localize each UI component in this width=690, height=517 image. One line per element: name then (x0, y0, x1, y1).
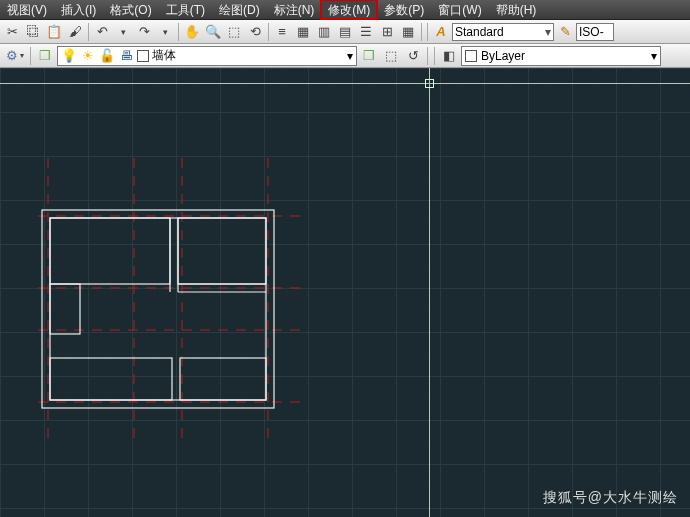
dim-style-select[interactable]: ISO- (576, 23, 614, 41)
menu-window[interactable]: 窗口(W) (431, 0, 488, 19)
redo-dd-icon[interactable]: ▾ (155, 22, 175, 42)
zoom-window-icon[interactable]: ⬚ (224, 22, 244, 42)
tool-palette-icon[interactable]: ▥ (314, 22, 334, 42)
layer-name: 墙体 (152, 47, 176, 64)
separator (427, 47, 428, 65)
layer-props-icon[interactable]: ❒ (35, 46, 55, 66)
menu-modify[interactable]: 修改(M) (321, 0, 377, 19)
text-style-icon[interactable]: A (431, 22, 451, 42)
dim-style-value: ISO- (579, 25, 604, 39)
dim-style-icon[interactable]: ✎ (555, 22, 575, 42)
crosshair-v (429, 68, 430, 517)
text-style-value: Standard (455, 25, 504, 39)
watermark: 搜狐号@大水牛测绘 (543, 489, 678, 507)
zoom-prev-icon[interactable]: ⟲ (245, 22, 265, 42)
paste-icon[interactable]: 📋 (44, 22, 64, 42)
separator (30, 47, 31, 65)
separator (88, 23, 89, 41)
quickcalc-icon[interactable]: ⊞ (377, 22, 397, 42)
separator (427, 23, 428, 41)
svg-rect-16 (180, 358, 266, 400)
svg-rect-11 (178, 218, 266, 284)
zoom-realtime-icon[interactable]: 🔍 (203, 22, 223, 42)
menu-format[interactable]: 格式(O) (103, 0, 158, 19)
redo-icon[interactable]: ↷ (134, 22, 154, 42)
pickbox (425, 79, 434, 88)
menu-dimension[interactable]: 标注(N) (267, 0, 322, 19)
separator (434, 47, 435, 65)
svg-rect-8 (42, 210, 274, 408)
layer-manager-icon[interactable]: ⚙▾ (2, 46, 26, 66)
properties-icon[interactable]: ≡ (272, 22, 292, 42)
layer-color-swatch (137, 50, 149, 62)
menu-help[interactable]: 帮助(H) (489, 0, 544, 19)
markup-icon[interactable]: ☰ (356, 22, 376, 42)
plot-icon: 🖶 (118, 48, 134, 64)
menu-tools[interactable]: 工具(T) (159, 0, 212, 19)
layer-states-icon[interactable]: ❒ (359, 46, 379, 66)
layer-bar: ⚙▾ ❒ 💡 ☀ 🔓 🖶 墙体 ▾ ❒ ⬚ ↺ ◧ ByLayer ▾ (0, 44, 690, 68)
undo-icon[interactable]: ↶ (92, 22, 112, 42)
svg-rect-15 (50, 358, 172, 400)
sun-icon: ☀ (80, 48, 96, 64)
text-style-select[interactable]: Standard ▾ (452, 23, 554, 41)
sheet-icon[interactable]: ▤ (335, 22, 355, 42)
undo-dd-icon[interactable]: ▾ (113, 22, 133, 42)
separator (268, 23, 269, 41)
color-value: ByLayer (481, 49, 525, 63)
separator (421, 23, 422, 41)
menu-draw[interactable]: 绘图(D) (212, 0, 267, 19)
bulb-on-icon: 💡 (61, 48, 77, 64)
copy-icon[interactable]: ⿻ (23, 22, 43, 42)
menu-parametric[interactable]: 参数(P) (377, 0, 431, 19)
separator (178, 23, 179, 41)
toolbar-main: ✂ ⿻ 📋 🖌 ↶ ▾ ↷ ▾ ✋ 🔍 ⬚ ⟲ ≡ ▦ ▥ ▤ ☰ ⊞ ▦ A … (0, 20, 690, 44)
drawing-canvas[interactable]: 搜狐号@大水牛测绘 (0, 68, 690, 517)
layer-prev-icon[interactable]: ↺ (403, 46, 423, 66)
lock-open-icon: 🔓 (99, 48, 115, 64)
menu-view[interactable]: 视图(V) (0, 0, 54, 19)
svg-rect-10 (50, 218, 170, 284)
svg-rect-14 (50, 284, 80, 334)
color-icon[interactable]: ◧ (439, 46, 459, 66)
layer-select[interactable]: 💡 ☀ 🔓 🖶 墙体 ▾ (57, 46, 357, 66)
layer-iso-icon[interactable]: ⬚ (381, 46, 401, 66)
table-icon[interactable]: ▦ (398, 22, 418, 42)
menu-insert[interactable]: 插入(I) (54, 0, 103, 19)
crosshair-h (0, 83, 690, 84)
color-swatch (465, 50, 477, 62)
floorplan-drawing (38, 158, 318, 438)
color-select[interactable]: ByLayer ▾ (461, 46, 661, 66)
chevron-down-icon: ▾ (347, 49, 353, 63)
pan-icon[interactable]: ✋ (182, 22, 202, 42)
cut-icon[interactable]: ✂ (2, 22, 22, 42)
chevron-down-icon: ▾ (651, 49, 657, 63)
chevron-down-icon: ▾ (545, 25, 551, 39)
match-icon[interactable]: 🖌 (65, 22, 85, 42)
design-center-icon[interactable]: ▦ (293, 22, 313, 42)
menu-bar: 视图(V) 插入(I) 格式(O) 工具(T) 绘图(D) 标注(N) 修改(M… (0, 0, 690, 20)
svg-rect-9 (50, 218, 266, 400)
